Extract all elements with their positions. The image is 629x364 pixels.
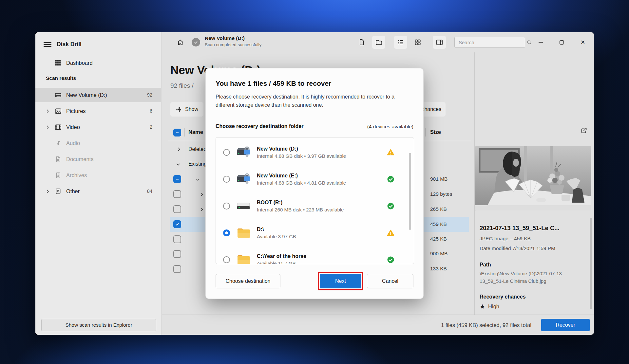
minimize-button[interactable] [534,36,547,49]
file-view-button[interactable] [355,36,368,49]
row-checkbox[interactable] [173,250,181,258]
destination-new-volume-e[interactable]: New Volume (E:) Internal 4.88 GB disk • … [216,166,414,192]
other-file-icon [54,188,62,195]
row-size: 425 KB [430,236,447,242]
filter-sliders-icon [176,106,182,113]
radio-button[interactable] [223,203,230,209]
files-summary: 92 files / [170,82,194,89]
scan-results-section-label: Scan results [46,75,76,81]
chevron-right-icon[interactable] [176,147,181,152]
row-checkbox-indeterminate[interactable] [173,175,181,183]
sidebar-item-label: Other [66,188,147,194]
ok-check-icon [387,175,395,183]
item-count-badge: 6 [150,108,152,114]
preview-scrollbar[interactable] [590,218,592,309]
sidebar-item-audio[interactable]: Audio [35,136,162,150]
folder-yellow-icon [236,227,251,239]
external-link-icon [581,127,587,134]
group-row-existing[interactable]: Existing [188,161,207,167]
chevron-down-icon[interactable] [176,162,181,167]
cancel-button[interactable]: Cancel [367,274,413,288]
radio-button[interactable] [223,149,230,156]
next-button[interactable]: Next [320,274,361,288]
group-row-deleted[interactable]: Deleted [188,146,206,152]
sidebar-item-pictures[interactable]: Pictures 6 [35,104,162,118]
close-button[interactable]: ✕ [576,36,590,49]
warning-icon [387,149,395,156]
folder-view-button[interactable] [372,36,385,49]
home-button[interactable] [174,36,187,49]
sidebar-item-other[interactable]: Other 84 [35,184,162,198]
column-separator [425,128,426,136]
row-checkbox[interactable] [173,205,181,213]
chevron-right-icon[interactable] [199,192,204,197]
row-checkbox[interactable] [173,235,181,243]
sidebar-item-label: New Volume (D:) [66,92,147,98]
destination-list-scrollbar[interactable] [409,153,411,230]
grid-view-button[interactable] [411,36,424,49]
ok-check-icon [387,202,395,210]
item-count-badge: 2 [150,124,152,130]
sidebar-item-video[interactable]: Video 2 [35,120,162,134]
drive-light-icon [236,200,251,212]
home-icon [177,39,184,46]
name-column-header[interactable]: Name [188,129,203,135]
chevron-right-icon [45,109,51,114]
row-checkbox[interactable] [173,265,181,273]
sidebar-item-label: Dashboard [66,60,152,66]
sidebar-item-documents[interactable]: Documents [35,152,162,166]
radio-button[interactable] [223,256,230,263]
item-count-badge: 84 [147,189,152,194]
video-icon [54,123,62,131]
radio-button[interactable] [223,176,230,183]
pictures-icon [54,107,62,115]
hamburger-menu-icon[interactable] [41,39,54,50]
sidebar-item-label: Audio [66,140,152,146]
folder-icon [375,39,383,46]
search-icon [526,40,532,45]
preview-recovery-chances-value: ★ High [480,303,499,310]
preview-file-title: 2021-07-13 13_59_51-Le C... [480,225,589,232]
radio-button-selected[interactable] [223,229,230,236]
select-all-checkbox[interactable] [173,129,181,136]
maximize-button[interactable] [555,36,568,49]
search-input[interactable] [455,40,526,45]
sidebar-item-dashboard[interactable]: Dashboard [35,56,162,70]
item-count-badge: 92 [147,92,152,98]
destination-boot-r[interactable]: BOOT (R:) Internal 260 MB disk • 223 MB … [216,192,414,219]
photo-preview [475,146,591,210]
row-size: 133 KB [430,266,447,272]
maximize-icon [560,40,564,45]
destination-new-volume-d[interactable]: New Volume (D:) Internal 4.88 GB disk • … [216,139,414,166]
row-checkbox[interactable] [173,190,181,198]
preview-file-meta: JPEG Image – 459 KB [480,236,531,242]
sidebar-item-label: Pictures [66,108,150,114]
audio-note-icon [54,140,62,147]
row-checkbox-checked[interactable] [173,220,181,228]
row-size: 900 MB [430,251,448,257]
preview-panel-toggle-button[interactable] [433,36,446,49]
drive-lock-icon [236,173,251,185]
sidebar-item-label: Video [66,124,150,130]
recover-button[interactable]: Recover [541,319,590,331]
destination-name: D:\ [257,227,381,232]
sidebar-item-label: Archives [66,172,152,178]
show-filter-chip[interactable]: Show [170,102,203,117]
sidebar-item-new-volume-d[interactable]: New Volume (D:) 92 [35,88,162,102]
devices-available-label: (4 devices available) [367,124,413,130]
chevron-right-icon[interactable] [199,207,204,212]
destination-name: C:\Year of the horse [257,253,381,259]
sidebar-item-archives[interactable]: Archives [35,168,162,182]
size-column-header[interactable]: Size [430,129,441,135]
drive-lock-icon [236,146,251,158]
recovery-chances-text: High [488,303,499,310]
chevron-down-icon[interactable] [195,177,200,182]
choose-destination-button[interactable]: Choose destination [216,274,280,288]
grid-icon [414,39,421,46]
list-view-button[interactable] [394,36,407,49]
show-scan-results-in-explorer-button[interactable]: Show scan results in Explorer [41,319,156,331]
destination-name: New Volume (E:) [257,173,381,179]
destination-c-year-of-the-horse[interactable]: C:\Year of the horse Available 11.7 GB [216,246,414,264]
open-external-button[interactable] [578,125,590,136]
destination-d-root[interactable]: D:\ Available 3.97 GB [216,219,414,246]
